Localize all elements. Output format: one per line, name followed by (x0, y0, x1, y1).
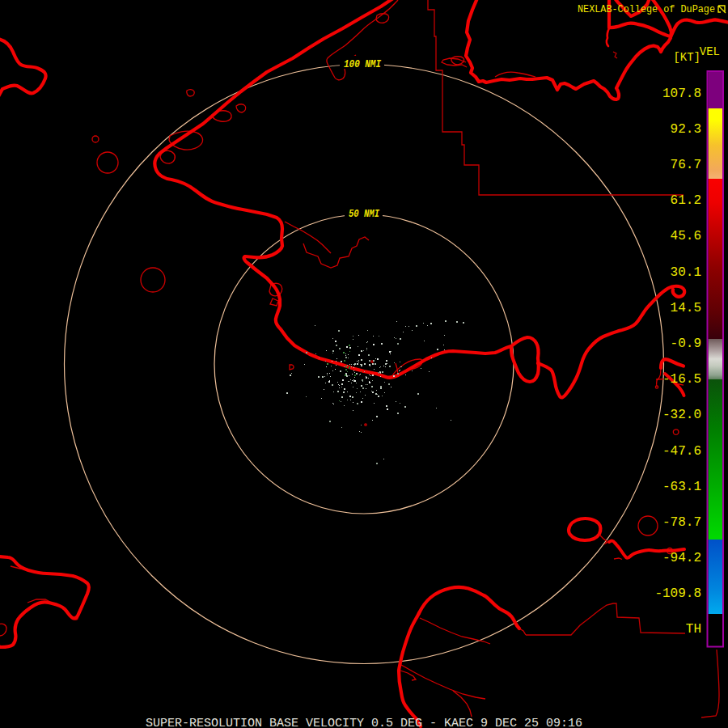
svg-text:-63.1: -63.1 (662, 480, 701, 494)
svg-text:-0.9: -0.9 (671, 336, 701, 351)
svg-text:45.6: 45.6 (671, 229, 701, 243)
svg-text:100 NMI: 100 NMI (344, 58, 381, 70)
svg-text:NEXLAB-College of DuPage: NEXLAB-College of DuPage (578, 4, 715, 15)
svg-text:-94.2: -94.2 (662, 551, 701, 565)
svg-text:92.3: 92.3 (671, 122, 701, 137)
svg-text:-32.0: -32.0 (662, 408, 701, 422)
svg-text:[KT]: [KT] (673, 51, 700, 64)
svg-text:-16.5: -16.5 (662, 372, 701, 387)
svg-text:-47.6: -47.6 (662, 444, 701, 459)
svg-text:VEL: VEL (700, 45, 720, 58)
svg-text:61.2: 61.2 (671, 193, 701, 208)
svg-text:50 NMI: 50 NMI (349, 208, 379, 220)
svg-text:76.7: 76.7 (671, 158, 701, 172)
svg-text:TH: TH (686, 622, 701, 637)
svg-text:14.5: 14.5 (671, 301, 701, 315)
svg-text:SUPER-RESOLUTION BASE VELOCITY: SUPER-RESOLUTION BASE VELOCITY 0.5 DEG -… (146, 717, 582, 728)
svg-text:-109.8: -109.8 (654, 586, 701, 601)
svg-text:-78.7: -78.7 (662, 515, 701, 530)
svg-text:107.8: 107.8 (662, 87, 701, 101)
svg-text:30.1: 30.1 (671, 265, 701, 280)
